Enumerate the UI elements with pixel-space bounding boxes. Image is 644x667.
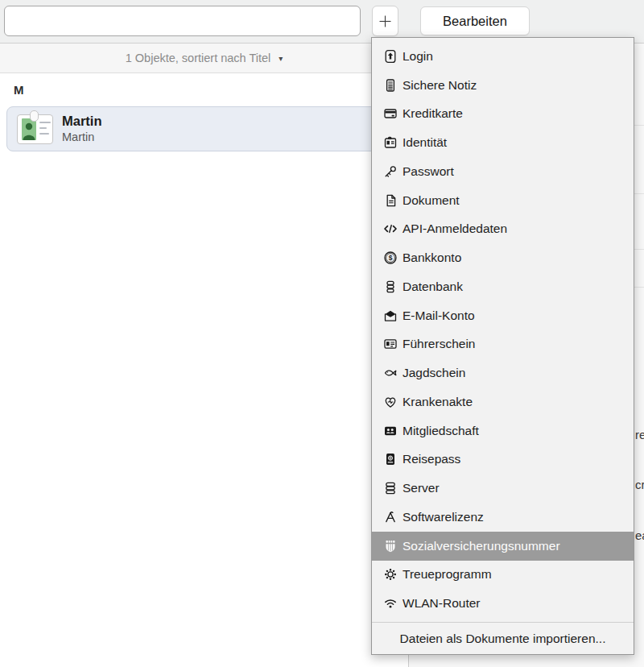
software-license-icon xyxy=(383,510,398,524)
contact-card-icon xyxy=(17,114,53,144)
credit-card-icon xyxy=(383,106,398,121)
app-window: Bearbeiten 1 Objekte, sortiert nach Tite… xyxy=(0,0,644,667)
menu-item-software-license[interactable]: Softwarelizenz xyxy=(372,503,634,532)
password-icon xyxy=(383,164,398,179)
menu-item-secure-note[interactable]: Sichere Notiz xyxy=(372,71,634,100)
menu-item-membership[interactable]: Mitgliedschaft xyxy=(372,416,634,445)
email-account-icon xyxy=(383,309,398,323)
clipped-text-fragment: ea xyxy=(635,528,644,543)
loyalty-icon xyxy=(383,567,398,582)
menu-item-passport[interactable]: Reisepass xyxy=(372,445,634,474)
secure-note-icon xyxy=(383,78,398,93)
menu-item-ssn[interactable]: Sozialversicherungsnummer xyxy=(372,532,634,561)
document-icon xyxy=(383,193,398,208)
item-subtitle: Martin xyxy=(62,130,102,144)
menu-item-hunting-license[interactable]: Jagdschein xyxy=(372,358,634,387)
bank-account-icon: $ xyxy=(383,251,398,265)
menu-item-database[interactable]: Datenbank xyxy=(372,272,634,301)
drivers-license-icon xyxy=(383,337,398,351)
clipped-text-fragment: cr xyxy=(635,478,644,492)
identity-icon xyxy=(383,135,398,150)
menu-item-document[interactable]: Dokument xyxy=(372,186,634,215)
passport-icon xyxy=(383,452,398,466)
menu-item-drivers-license[interactable]: Führerschein xyxy=(372,330,634,359)
menu-item-loyalty[interactable]: Treueprogramm xyxy=(372,561,634,590)
plus-icon xyxy=(378,14,392,28)
menu-item-server[interactable]: Server xyxy=(372,474,634,503)
menu-item-password[interactable]: Passwort xyxy=(372,157,634,186)
wifi-icon xyxy=(383,596,398,611)
database-icon xyxy=(383,280,398,294)
svg-text:$: $ xyxy=(389,254,393,262)
ssn-icon xyxy=(383,539,398,553)
menu-item-identity[interactable]: Identität xyxy=(372,128,634,157)
menu-item-login[interactable]: Login xyxy=(372,42,634,71)
server-icon xyxy=(383,481,398,495)
section-letter: M xyxy=(14,83,24,97)
login-icon xyxy=(383,49,398,64)
clipped-text-fragment: re xyxy=(635,428,644,442)
menu-item-email-account[interactable]: E-Mail-Konto xyxy=(372,301,634,330)
menu-item-import-files[interactable]: Dateien als Dokumente importieren... xyxy=(372,623,634,654)
sort-dropdown[interactable]: 1 Objekte, sortiert nach Titel ▾ xyxy=(0,44,408,73)
membership-icon xyxy=(383,424,398,438)
sort-label: 1 Objekte, sortiert nach Titel xyxy=(126,52,271,64)
list-item-martin[interactable]: Martin Martin xyxy=(6,106,402,151)
menu-item-medical-record[interactable]: Krankenakte xyxy=(372,387,634,416)
add-item-button[interactable] xyxy=(372,6,398,36)
menu-item-credit-card[interactable]: Kreditkarte xyxy=(372,100,634,129)
hunting-license-icon xyxy=(383,366,398,380)
api-credentials-icon xyxy=(383,222,398,236)
chevron-down-icon: ▾ xyxy=(279,53,283,63)
new-item-menu: Login Sichere Notiz Kreditkarte Identitä… xyxy=(371,37,634,655)
edit-button[interactable]: Bearbeiten xyxy=(420,6,530,35)
item-list-pane: 1 Objekte, sortiert nach Titel ▾ M Marti… xyxy=(0,44,408,667)
menu-item-api-credentials[interactable]: API-Anmeldedaten xyxy=(372,215,634,244)
item-title: Martin xyxy=(62,114,102,129)
search-input[interactable] xyxy=(4,6,361,36)
menu-item-bank-account[interactable]: $ Bankkonto xyxy=(372,243,634,272)
section-header: M xyxy=(0,73,408,106)
menu-item-wifi[interactable]: WLAN-Router xyxy=(372,589,634,618)
medical-record-icon xyxy=(383,395,398,409)
